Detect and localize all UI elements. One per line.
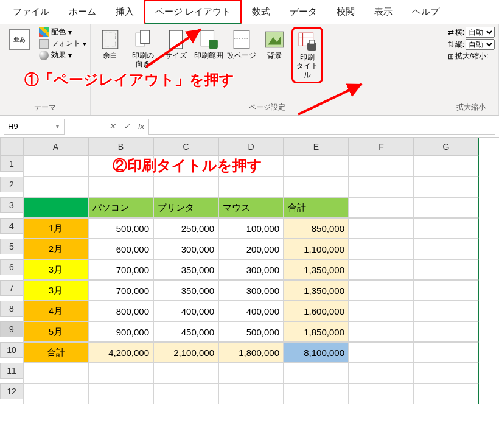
cell[interactable] bbox=[349, 177, 414, 197]
cell[interactable] bbox=[218, 156, 284, 177]
cell[interactable] bbox=[414, 342, 479, 363]
row-header[interactable]: 9 bbox=[0, 321, 23, 337]
tab-page-layout[interactable]: ページ レイアウト bbox=[144, 0, 242, 24]
row-header[interactable]: 2 bbox=[0, 177, 23, 192]
row-header[interactable]: 6 bbox=[0, 259, 23, 275]
name-box[interactable]: H9 ▼ bbox=[4, 119, 65, 135]
cell[interactable] bbox=[88, 363, 153, 383]
themes-button[interactable]: 亜あ 亜あ bbox=[4, 27, 35, 50]
cell[interactable] bbox=[414, 177, 479, 197]
cell[interactable] bbox=[349, 239, 414, 259]
size-button[interactable]: サイズ bbox=[160, 27, 192, 60]
select-all-button[interactable] bbox=[0, 138, 23, 156]
cell[interactable] bbox=[88, 383, 153, 404]
cell[interactable] bbox=[88, 156, 153, 177]
cell[interactable] bbox=[414, 259, 479, 280]
cell[interactable] bbox=[23, 156, 88, 177]
cell[interactable] bbox=[284, 156, 349, 177]
height-select[interactable]: 自動 bbox=[466, 39, 495, 50]
row-header[interactable]: 10 bbox=[0, 342, 23, 358]
cell[interactable]: 1,800,000 bbox=[218, 342, 284, 363]
cell[interactable] bbox=[349, 259, 414, 280]
cell[interactable] bbox=[153, 363, 218, 383]
cell[interactable]: マウス bbox=[218, 197, 284, 218]
cell[interactable]: 400,000 bbox=[153, 301, 218, 321]
col-header-g[interactable]: G bbox=[414, 138, 479, 156]
cell[interactable]: 4月 bbox=[23, 301, 88, 321]
cell[interactable]: 1,600,000 bbox=[284, 301, 349, 321]
cell[interactable] bbox=[349, 301, 414, 321]
cell[interactable]: 100,000 bbox=[218, 218, 284, 239]
cell[interactable]: 800,000 bbox=[88, 301, 153, 321]
cell[interactable]: 4,200,000 bbox=[88, 342, 153, 363]
tab-insert[interactable]: 挿入 bbox=[106, 1, 144, 23]
cell[interactable] bbox=[23, 197, 88, 218]
cell[interactable] bbox=[23, 363, 88, 383]
tab-formulas[interactable]: 数式 bbox=[242, 1, 280, 23]
cell[interactable] bbox=[153, 156, 218, 177]
cell[interactable]: 3月 bbox=[23, 259, 88, 280]
cell[interactable]: 300,000 bbox=[218, 259, 284, 280]
tab-review[interactable]: 校閲 bbox=[327, 1, 365, 23]
cell[interactable]: 600,000 bbox=[88, 239, 153, 259]
row-header[interactable]: 1 bbox=[0, 156, 23, 172]
cell[interactable]: 1月 bbox=[23, 218, 88, 239]
cell[interactable]: 2,100,000 bbox=[153, 342, 218, 363]
tab-help[interactable]: ヘルプ bbox=[402, 1, 449, 23]
cell[interactable] bbox=[23, 177, 88, 197]
cell[interactable] bbox=[284, 363, 349, 383]
row-header[interactable]: 4 bbox=[0, 218, 23, 234]
cell[interactable]: 400,000 bbox=[218, 301, 284, 321]
cell[interactable]: 合計 bbox=[284, 197, 349, 218]
cell[interactable] bbox=[414, 156, 479, 177]
cell[interactable]: 300,000 bbox=[218, 280, 284, 301]
name-box-dropdown-icon[interactable]: ▼ bbox=[55, 124, 60, 130]
cell[interactable] bbox=[349, 383, 414, 404]
cell[interactable]: 1,850,000 bbox=[284, 321, 349, 342]
col-header-a[interactable]: A bbox=[23, 138, 88, 156]
row-header[interactable]: 5 bbox=[0, 239, 23, 254]
cell[interactable]: プリンタ bbox=[153, 197, 218, 218]
cell[interactable] bbox=[414, 301, 479, 321]
cell[interactable] bbox=[284, 383, 349, 404]
cell[interactable] bbox=[218, 383, 284, 404]
formula-input[interactable] bbox=[148, 119, 495, 135]
cell[interactable] bbox=[414, 280, 479, 301]
background-button[interactable]: 背景 bbox=[259, 27, 290, 60]
colors-button[interactable]: 配色▾ bbox=[39, 27, 86, 37]
cell[interactable]: 5月 bbox=[23, 321, 88, 342]
cell[interactable] bbox=[414, 239, 479, 259]
cell[interactable]: 2月 bbox=[23, 239, 88, 259]
tab-view[interactable]: 表示 bbox=[365, 1, 402, 23]
width-select[interactable]: 自動 bbox=[466, 27, 495, 38]
print-titles-button[interactable]: 印刷タイトル bbox=[291, 27, 323, 83]
breaks-button[interactable]: 改ページ bbox=[226, 27, 257, 60]
cell[interactable] bbox=[414, 197, 479, 218]
cell[interactable]: 900,000 bbox=[88, 321, 153, 342]
cell[interactable]: 1,350,000 bbox=[284, 280, 349, 301]
cell[interactable]: 450,000 bbox=[153, 321, 218, 342]
enter-button[interactable]: ✓ bbox=[119, 119, 134, 134]
cell[interactable] bbox=[153, 383, 218, 404]
row-header[interactable]: 12 bbox=[0, 383, 23, 399]
cell[interactable]: 3月 bbox=[23, 280, 88, 301]
effects-button[interactable]: 効果▾ bbox=[39, 50, 86, 60]
cell[interactable] bbox=[349, 197, 414, 218]
cell[interactable]: 200,000 bbox=[218, 239, 284, 259]
cell[interactable] bbox=[349, 363, 414, 383]
cell[interactable]: 350,000 bbox=[153, 259, 218, 280]
cell[interactable] bbox=[349, 321, 414, 342]
orientation-button[interactable]: 印刷の 向き bbox=[127, 27, 159, 69]
cell[interactable]: 700,000 bbox=[88, 259, 153, 280]
cell[interactable]: 500,000 bbox=[88, 218, 153, 239]
cell[interactable]: 250,000 bbox=[153, 218, 218, 239]
cell[interactable] bbox=[284, 177, 349, 197]
cell[interactable]: パソコン bbox=[88, 197, 153, 218]
col-header-e[interactable]: E bbox=[284, 138, 349, 156]
print-area-button[interactable]: 印刷範囲 bbox=[193, 27, 225, 60]
cell[interactable]: 300,000 bbox=[153, 239, 218, 259]
col-header-c[interactable]: C bbox=[153, 138, 218, 156]
cell[interactable] bbox=[218, 363, 284, 383]
col-header-b[interactable]: B bbox=[88, 138, 153, 156]
cell[interactable] bbox=[88, 177, 153, 197]
